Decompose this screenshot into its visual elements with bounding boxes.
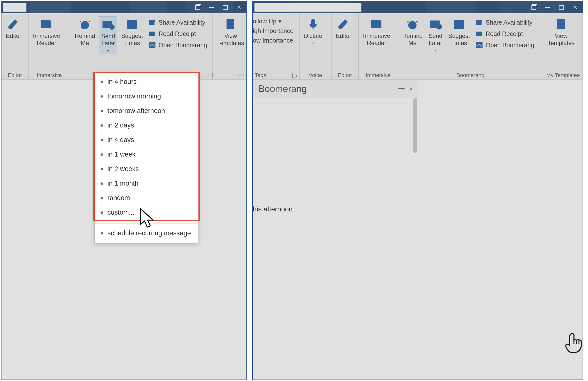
left-window: × Editor Editor Immersive Reader bbox=[1, 1, 247, 380]
suggest-times-button[interactable]: Suggest Times bbox=[119, 16, 145, 48]
maximize-button[interactable] bbox=[556, 1, 567, 13]
dd-label: custom... bbox=[107, 209, 134, 216]
group-label-editor: Editor bbox=[1, 71, 28, 80]
group-label-tags: Tags bbox=[255, 72, 266, 79]
message-area: his afternoon. Boomerang × Remind me bbox=[253, 80, 583, 380]
immersive-reader-button[interactable]: Immersive Reader bbox=[31, 16, 62, 48]
ribbon: ollow Up▾ igh Importance ow Importance T… bbox=[253, 13, 583, 80]
send-later-button[interactable]: Send Later▾ bbox=[427, 16, 444, 53]
dd-item[interactable]: in 2 weeks bbox=[97, 162, 196, 176]
open-boomerang-button[interactable]: Open Boomerang bbox=[474, 40, 536, 50]
minimize-icon bbox=[209, 7, 214, 8]
calendar-grid-icon bbox=[452, 17, 466, 31]
immersive-label: Immersive Reader bbox=[363, 32, 390, 47]
svg-rect-4 bbox=[127, 21, 137, 28]
editor-label: Editor bbox=[6, 32, 21, 40]
share-availability-button[interactable]: Share Availability bbox=[147, 18, 209, 27]
view-templates-button[interactable]: View Templates bbox=[215, 16, 246, 48]
restore-icon bbox=[531, 5, 536, 10]
send-later-button[interactable]: Send Later ▾ bbox=[99, 16, 117, 54]
share-label: Share Availability bbox=[159, 19, 205, 26]
maximize-icon bbox=[559, 5, 564, 10]
taskpane-title: Boomerang bbox=[258, 84, 307, 94]
bullet-icon bbox=[101, 95, 103, 98]
suggest-label: Suggest Times bbox=[121, 32, 143, 47]
share-availability-button[interactable]: Share Availability bbox=[474, 18, 536, 27]
dd-label: schedule recurring message bbox=[107, 229, 191, 237]
titlebar-input[interactable] bbox=[254, 3, 361, 12]
dialog-launcher-icon[interactable] bbox=[293, 73, 297, 78]
chevron-down-icon: ▾ bbox=[312, 41, 314, 45]
editor-button[interactable]: Editor bbox=[4, 16, 23, 41]
hand-cursor bbox=[564, 332, 584, 354]
read-receipt-button[interactable]: Read Receipt bbox=[474, 29, 536, 38]
send-later-label: Send Later bbox=[101, 33, 115, 47]
dd-item[interactable]: random bbox=[97, 191, 196, 205]
minimize-button[interactable] bbox=[206, 1, 217, 13]
high-importance-button[interactable]: igh Importance bbox=[253, 27, 294, 34]
dd-label: in 2 days bbox=[107, 122, 134, 129]
bullet-icon bbox=[101, 197, 103, 199]
low-importance-button[interactable]: ow Importance bbox=[253, 37, 294, 44]
suggest-times-button[interactable]: Suggest Times bbox=[446, 16, 472, 48]
microphone-icon bbox=[306, 17, 320, 31]
remind-me-button[interactable]: Remind Me bbox=[400, 16, 425, 48]
dd-item[interactable]: in 4 hours bbox=[97, 75, 196, 89]
boomerang-taskpane: Boomerang × Remind me in 2 days▾ if ther… bbox=[253, 80, 418, 98]
remind-me-button[interactable]: Remind Me bbox=[73, 16, 97, 48]
template-icon bbox=[224, 17, 238, 31]
calendar-share-icon bbox=[148, 19, 156, 26]
mouse-cursor bbox=[140, 208, 157, 229]
read-receipt-button[interactable]: Read Receipt bbox=[147, 29, 209, 38]
envelope-check-icon bbox=[148, 30, 156, 38]
scroll-thumb[interactable] bbox=[413, 98, 417, 153]
bullet-icon bbox=[101, 110, 103, 112]
bullet-icon bbox=[101, 232, 103, 235]
envelope-clock-icon bbox=[429, 17, 442, 31]
close-button[interactable]: × bbox=[569, 1, 581, 13]
restore-down-button[interactable] bbox=[192, 1, 204, 13]
maximize-button[interactable] bbox=[219, 1, 231, 13]
minimize-button[interactable] bbox=[542, 1, 554, 13]
alarm-icon bbox=[78, 17, 92, 31]
svg-rect-15 bbox=[476, 20, 482, 25]
dd-item[interactable]: in 2 days bbox=[97, 118, 196, 133]
view-templates-button[interactable]: View Templates bbox=[546, 16, 576, 48]
group-label-immersive: Immersive bbox=[358, 71, 398, 80]
remind-label: Remind Me bbox=[402, 32, 423, 47]
receipt-label: Read Receipt bbox=[159, 30, 196, 37]
close-pane-button[interactable]: × bbox=[409, 85, 413, 93]
maximize-icon bbox=[223, 5, 228, 10]
svg-rect-14 bbox=[454, 21, 464, 28]
restore-down-button[interactable] bbox=[528, 1, 540, 13]
open-label: Open Boomerang bbox=[159, 42, 207, 49]
envelope-check-icon bbox=[475, 30, 483, 38]
dictate-button[interactable]: Dictate ▾ bbox=[302, 16, 324, 46]
titlebar-input[interactable] bbox=[3, 3, 27, 12]
collapse-ribbon-button[interactable]: ︿ bbox=[239, 71, 244, 78]
restore-icon bbox=[195, 5, 200, 10]
bullet-icon bbox=[101, 153, 103, 156]
bullet-icon bbox=[101, 168, 103, 170]
collapse-ribbon-button[interactable]: ︿ bbox=[575, 71, 581, 78]
dd-item[interactable]: tomorrow morning bbox=[97, 89, 196, 104]
close-button[interactable]: × bbox=[233, 1, 245, 13]
open-label: Open Boomerang bbox=[486, 42, 534, 49]
dd-label: in 4 hours bbox=[107, 78, 137, 86]
pin-icon[interactable] bbox=[397, 85, 405, 93]
editor-button[interactable]: Editor bbox=[334, 16, 353, 41]
follow-up-button[interactable]: ollow Up▾ bbox=[253, 18, 294, 25]
right-window: × ollow Up▾ igh Importance ow Importance… bbox=[252, 1, 583, 380]
bullet-icon bbox=[101, 211, 103, 214]
bullet-icon bbox=[101, 81, 103, 83]
dd-item[interactable]: in 1 week bbox=[97, 147, 196, 162]
ribbon: Editor Editor Immersive Reader Immersive bbox=[1, 13, 246, 80]
dd-item[interactable]: tomorrow afternoon bbox=[97, 104, 196, 118]
receipt-label: Read Receipt bbox=[486, 30, 523, 37]
immersive-reader-button[interactable]: Immersive Reader bbox=[361, 16, 392, 48]
dd-item[interactable]: in 1 month bbox=[97, 176, 196, 191]
dd-item[interactable]: in 4 days bbox=[97, 133, 196, 147]
templates-label: View Templates bbox=[548, 32, 574, 47]
group-label-editor: Editor bbox=[332, 71, 358, 80]
open-boomerang-button[interactable]: Open Boomerang bbox=[147, 40, 209, 50]
